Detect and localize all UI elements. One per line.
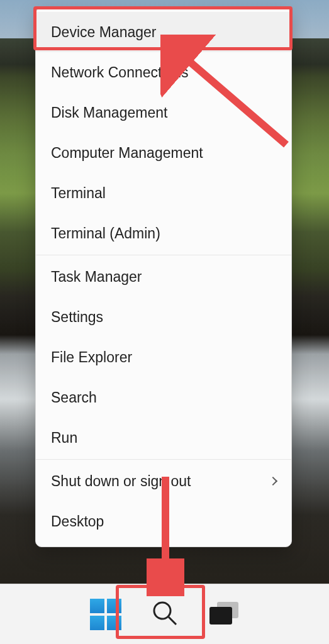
menu-item-label: Disk Management [51, 104, 167, 121]
search-icon [151, 599, 179, 630]
menu-item-network-connections[interactable]: Network Connections [36, 52, 291, 92]
menu-item-settings[interactable]: Settings [36, 297, 291, 337]
menu-item-label: Task Manager [51, 269, 142, 286]
menu-item-label: Settings [51, 309, 103, 326]
menu-item-terminal-admin[interactable]: Terminal (Admin) [36, 213, 291, 253]
menu-item-label: Computer Management [51, 145, 203, 162]
menu-item-label: Run [51, 430, 77, 447]
menu-item-terminal[interactable]: Terminal [36, 173, 291, 213]
menu-separator [36, 255, 291, 255]
menu-item-label: Search [51, 389, 97, 406]
menu-item-search[interactable]: Search [36, 377, 291, 418]
menu-item-label: Network Connections [51, 64, 189, 81]
menu-item-task-manager[interactable]: Task Manager [36, 257, 291, 297]
menu-item-label: Device Manager [51, 24, 156, 41]
menu-item-label: File Explorer [51, 349, 132, 366]
windows-logo-icon [90, 599, 121, 630]
menu-item-label: Desktop [51, 513, 104, 530]
menu-item-label: Terminal [51, 185, 106, 202]
menu-item-disk-management[interactable]: Disk Management [36, 92, 291, 133]
menu-item-computer-management[interactable]: Computer Management [36, 133, 291, 173]
menu-item-file-explorer[interactable]: File Explorer [36, 337, 291, 377]
menu-item-device-manager[interactable]: Device Manager [36, 12, 291, 52]
svg-point-0 [154, 602, 170, 619]
taskbar [0, 584, 329, 644]
task-view-icon [209, 602, 238, 627]
start-button[interactable] [88, 597, 123, 632]
menu-separator [36, 459, 291, 460]
menu-item-label: Terminal (Admin) [51, 225, 160, 242]
menu-item-run[interactable]: Run [36, 418, 291, 458]
search-button[interactable] [147, 597, 182, 632]
winx-context-menu: Device Manager Network Connections Disk … [35, 8, 292, 547]
menu-item-shutdown-signout[interactable]: Shut down or sign out [36, 461, 291, 501]
svg-line-1 [169, 617, 176, 625]
chevron-right-icon [269, 477, 277, 486]
menu-item-label: Shut down or sign out [51, 473, 191, 490]
task-view-button[interactable] [206, 597, 242, 632]
menu-item-desktop[interactable]: Desktop [36, 501, 291, 541]
